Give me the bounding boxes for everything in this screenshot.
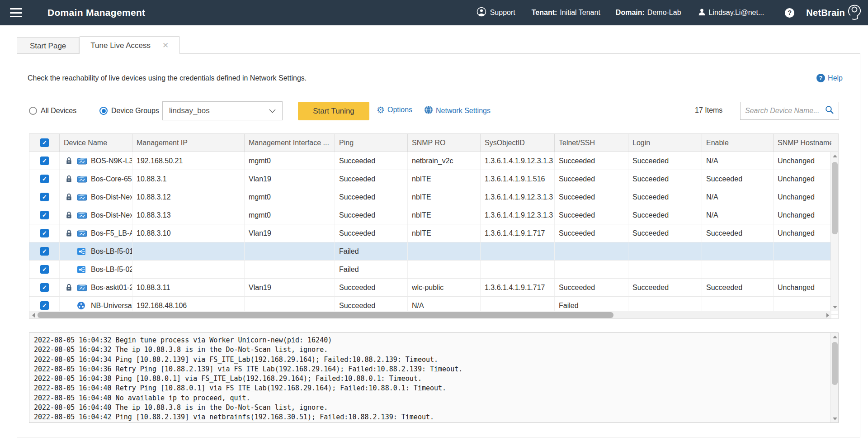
vertical-scroll-thumb[interactable] — [832, 162, 838, 234]
device-group-select[interactable]: lindsay_bos — [162, 101, 283, 120]
select-all-checkbox[interactable]: ✓ — [40, 138, 49, 147]
row-checkbox[interactable]: ✓ — [40, 283, 49, 292]
cell-login: Succeeded — [628, 152, 702, 170]
row-checkbox[interactable]: ✓ — [40, 193, 49, 201]
table-row[interactable]: ✓Bos-Dist-Nex10.88.3.13mgmt0SucceedednbI… — [29, 206, 838, 224]
start-tuning-button[interactable]: Start Tuning — [298, 102, 369, 120]
cell-sys-object-id: 1.3.6.1.4.1.9.1.717 — [481, 224, 555, 242]
network-settings-button[interactable]: Network Settings — [424, 105, 491, 116]
topbar-right: Support Tenant: Initial Tenant Domain: D… — [476, 3, 862, 22]
log-line: 2022-08-05 16:04:38 Ping [10.88.0.1] via… — [34, 374, 838, 384]
column-header-snmp-hostname[interactable]: SNMP Hostname — [774, 134, 831, 152]
cell-enable — [702, 242, 774, 260]
column-header-login[interactable]: Login — [628, 134, 702, 152]
table-row[interactable]: ✓BOS-N9K-L3192.168.50.21mgmt0Succeededne… — [29, 152, 838, 170]
support-link[interactable]: Support — [476, 7, 515, 19]
cell-snmp-hostname: Unchanged — [774, 279, 831, 296]
cell-sys-object-id: 1.3.6.1.4.1.9.12.3.1.3 — [481, 206, 555, 224]
device-type-switch-icon — [77, 211, 87, 219]
row-checkbox[interactable]: ✓ — [40, 229, 49, 237]
tab-close-icon[interactable]: ✕ — [162, 42, 169, 49]
domain-label: Domain: — [616, 9, 645, 17]
cell-sys-object-id: 1.3.6.1.4.1.9.1.717 — [481, 279, 555, 296]
cell-ping: Failed — [335, 261, 408, 278]
device-name-cell: Bos-Dist-Nex — [60, 188, 132, 206]
hamburger-menu-icon[interactable] — [10, 8, 22, 17]
tuning-log-panel[interactable]: 2022-08-05 16:04:32 Begin tune process v… — [29, 332, 839, 423]
lock-icon — [66, 284, 73, 291]
device-name: Bos-Core-65 — [91, 170, 132, 188]
log-scroll-up-button[interactable] — [831, 333, 839, 341]
header-select-all-cell: ✓ — [29, 134, 60, 152]
radio-device-groups[interactable]: Device Groups — [99, 107, 159, 115]
cell-login: Succeeded — [628, 224, 702, 242]
search-icon[interactable] — [825, 105, 834, 116]
tenant-info: Tenant: Initial Tenant — [532, 9, 600, 17]
device-type-switch-icon — [77, 175, 87, 183]
log-scroll-thumb[interactable] — [832, 342, 838, 385]
scroll-up-button[interactable] — [831, 152, 838, 160]
log-scroll-down-button[interactable] — [831, 415, 839, 422]
table-row[interactable]: ✓Bos-F5_LB-A10.88.3.10Vlan19SucceedednbI… — [29, 224, 838, 242]
column-header-telnet-ssh[interactable]: Telnet/SSH — [555, 134, 628, 152]
cell-snmp-ro — [408, 261, 481, 278]
column-header-ping[interactable]: Ping — [335, 134, 408, 152]
row-checkbox-cell: ✓ — [29, 242, 60, 260]
table-row[interactable]: ✓Bos-LB-f5-02Failed — [29, 261, 838, 279]
row-checkbox-cell: ✓ — [29, 279, 60, 296]
row-checkbox[interactable]: ✓ — [40, 175, 49, 183]
help-link[interactable]: ? Help — [816, 74, 843, 82]
radio-all-devices[interactable]: All Devices — [29, 107, 76, 115]
column-header-snmp-ro[interactable]: SNMP RO — [408, 134, 481, 152]
column-header-management-ip[interactable]: Management IP — [132, 134, 245, 152]
tab-bar: Start Page Tune Live Access ✕ — [17, 36, 180, 54]
device-type-lb-icon — [77, 247, 87, 256]
tab-tune-live-access[interactable]: Tune Live Access ✕ — [79, 36, 180, 54]
row-checkbox-cell: ✓ — [29, 170, 60, 188]
table-row[interactable]: ✓Bos-Core-6510.88.3.1Vlan19SucceedednbIT… — [29, 170, 838, 188]
cell-telnet — [555, 242, 628, 260]
device-name-cell: Bos-Dist-Nex — [60, 206, 132, 224]
column-header-management-interface[interactable]: Management Interface ... — [245, 134, 335, 152]
domain-value: Demo-Lab — [647, 9, 681, 17]
scroll-left-button[interactable] — [29, 311, 37, 318]
tenant-label: Tenant: — [532, 9, 557, 17]
cell-snmp-ro: nbITE — [408, 170, 481, 188]
lock-icon — [66, 157, 73, 165]
radio-device-groups-label: Device Groups — [111, 107, 159, 115]
tab-start-page[interactable]: Start Page — [17, 37, 79, 54]
row-checkbox[interactable]: ✓ — [40, 211, 49, 219]
user-menu[interactable]: Lindsay.Li@net... — [698, 8, 764, 18]
options-button[interactable]: ⚙ Options — [377, 105, 412, 114]
cell-snmp-ro — [408, 242, 481, 260]
table-row[interactable]: ✓Bos-askt01-210.88.3.11Vlan19Succeededwl… — [29, 279, 838, 297]
row-checkbox[interactable]: ✓ — [40, 301, 49, 310]
column-header-sysobjectid[interactable]: SysObjectID — [481, 134, 555, 152]
brand-head-icon — [847, 3, 862, 22]
row-checkbox[interactable]: ✓ — [40, 247, 49, 256]
cell-sys-object-id: 1.3.6.1.4.1.9.1.516 — [481, 170, 555, 188]
table-vertical-scrollbar[interactable] — [830, 152, 838, 311]
row-checkbox[interactable]: ✓ — [40, 265, 49, 274]
log-line: 2022-08-05 16:04:32 Begin tune process v… — [34, 336, 838, 345]
scroll-right-button[interactable] — [824, 311, 831, 318]
cell-sys-object-id — [481, 261, 555, 278]
table-row[interactable]: ✓Bos-Dist-Nex10.88.3.12mgmt0SucceedednbI… — [29, 188, 838, 206]
column-header-device-name[interactable]: Device Name — [60, 134, 132, 152]
table-horizontal-scrollbar[interactable] — [29, 311, 831, 318]
cell-snmp-hostname: Unchanged — [774, 206, 831, 224]
cell-telnet: Succeeded — [555, 170, 628, 188]
cell-mgmt-ip: 10.88.3.13 — [132, 206, 245, 224]
table-row[interactable]: ✓Bos-LB-f5-01Failed — [29, 242, 838, 261]
log-vertical-scrollbar[interactable] — [830, 333, 838, 422]
header-help-icon[interactable]: ? — [785, 8, 794, 18]
scroll-down-button[interactable] — [831, 303, 838, 311]
column-header-enable[interactable]: Enable — [702, 134, 774, 152]
device-type-lb-icon — [77, 266, 87, 274]
cell-snmp-hostname — [774, 261, 831, 278]
row-checkbox[interactable]: ✓ — [40, 157, 49, 165]
cell-sys-object-id: 1.3.6.1.4.1.9.12.3.1.3 — [481, 188, 555, 206]
cell-iface: Vlan19 — [245, 224, 335, 242]
horizontal-scroll-thumb[interactable] — [38, 312, 613, 318]
search-input[interactable] — [745, 107, 825, 115]
